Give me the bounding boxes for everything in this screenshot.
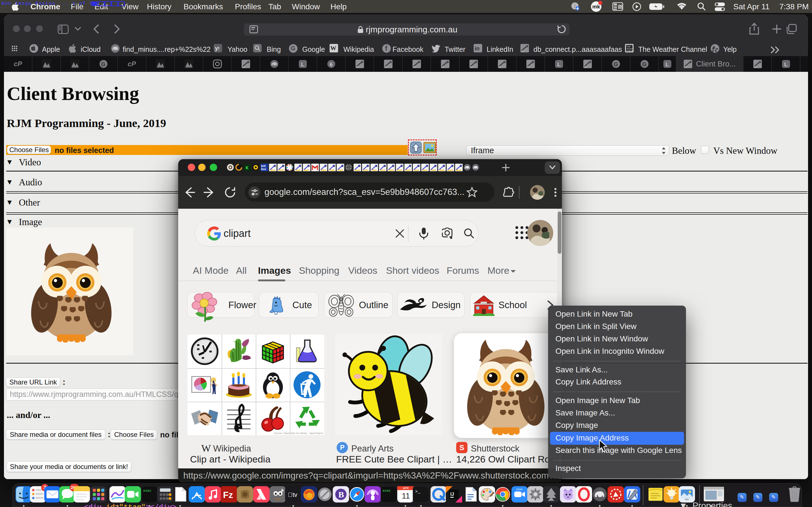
svg-text:f: f (385, 45, 388, 52)
svg-text:W: W (331, 45, 336, 52)
svg-text:brit: brit (261, 165, 266, 168)
svg-text:L: L (301, 61, 304, 67)
svg-text:SCHOOL: SCHOOL (481, 302, 490, 304)
svg-text:6: 6 (329, 61, 333, 67)
svg-text:IJ: IJ (450, 492, 454, 497)
svg-text:>_: >_ (415, 489, 421, 494)
svg-text:K: K (246, 165, 249, 171)
svg-text:G: G (642, 61, 646, 67)
svg-text:G: G (291, 45, 296, 52)
svg-text:APR: APR (403, 487, 409, 490)
svg-text:y!: y! (215, 45, 219, 51)
svg-text:exec: exec (383, 489, 391, 493)
svg-text:zoom: zoom (516, 488, 522, 491)
svg-text:L: L (557, 61, 560, 67)
svg-text:L: L (665, 61, 669, 67)
svg-text:exec: exec (143, 489, 151, 493)
svg-text:Fz: Fz (223, 490, 233, 500)
svg-text:B: B (338, 490, 344, 499)
svg-text:11: 11 (402, 492, 410, 500)
svg-text:L: L (784, 61, 788, 67)
svg-text:box: box (261, 168, 266, 171)
svg-text:G: G (101, 61, 105, 67)
svg-text:in: in (474, 45, 479, 52)
svg-text:tv: tv (288, 491, 297, 498)
svg-text:G: G (613, 61, 618, 67)
svg-text:Channel: Channel (627, 50, 633, 52)
